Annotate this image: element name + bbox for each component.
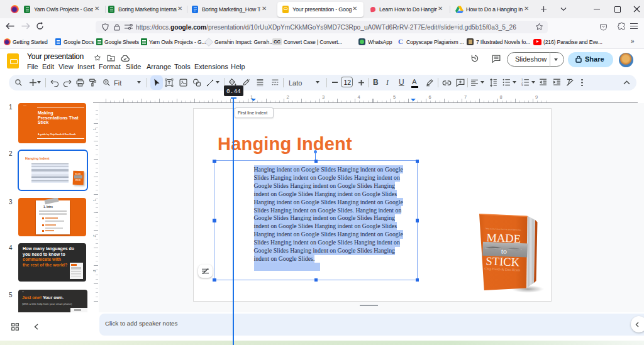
svg-text:to: to	[501, 247, 508, 255]
svg-text:3: 3	[521, 84, 523, 86]
